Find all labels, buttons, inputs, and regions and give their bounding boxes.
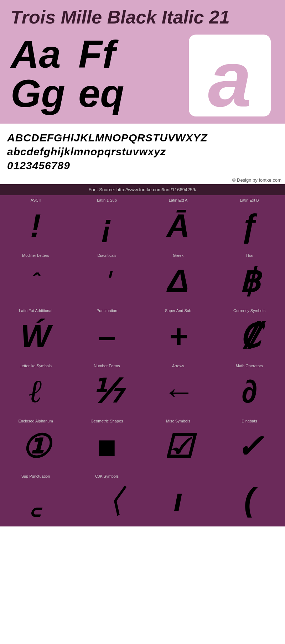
- glyph-cell: CJK Symbols〈: [71, 471, 142, 526]
- glyph-char: ꜀: [31, 481, 41, 523]
- glyph-label: Modifier Letters: [22, 253, 49, 258]
- glyph-cell: Latin Ext AdditionalẂ: [0, 306, 71, 361]
- specimen-ff: Ff: [78, 35, 135, 74]
- glyph-label: Number Forms: [94, 364, 120, 368]
- glyph-label: Diacriticals: [97, 253, 116, 258]
- glyph-char: ←: [162, 370, 194, 412]
- glyph-char: ☑: [164, 425, 193, 468]
- specimen-row-2: Gg eq: [11, 74, 135, 113]
- glyph-char: 〈: [91, 481, 123, 523]
- glyph-cell: Punctuation–: [71, 306, 142, 361]
- glyph-cell: Latin Ext Bƒ: [214, 195, 285, 250]
- glyph-cell: Currency Symbols₡: [214, 306, 285, 361]
- glyph-char: ①: [21, 425, 50, 468]
- specimen-aa: Aa: [11, 35, 68, 74]
- font-title: Trois Mille Black Italic 21: [11, 7, 274, 27]
- glyph-label: Currency Symbols: [233, 308, 265, 313]
- large-letter: a: [208, 40, 252, 116]
- glyph-cell: Latin 1 Sup¡: [71, 195, 142, 250]
- glyph-label: Enclosed Alphanum: [18, 419, 53, 423]
- alphabet-section: ABCDEFGHIJKLMNOPQRSTUVWXYZ abcdefghijklm…: [0, 124, 285, 176]
- glyph-cell: Sup Punctuation꜀: [0, 471, 71, 526]
- glyph-char: –: [98, 315, 116, 357]
- glyph-char: ■: [97, 425, 116, 468]
- glyph-cell: Misc Symbols☑: [142, 416, 214, 471]
- glyph-char: ∂: [242, 370, 257, 412]
- glyph-char: ı: [173, 476, 182, 523]
- glyph-label: Latin Ext B: [240, 198, 259, 202]
- glyph-char: !: [30, 204, 41, 247]
- glyph-cell: Thai฿: [214, 250, 285, 306]
- glyph-char: ¡: [102, 204, 112, 247]
- glyph-char: ✓: [236, 425, 263, 468]
- glyph-section: ASCII!Latin 1 Sup¡Latin Ext AĀLatin Ext …: [0, 195, 285, 526]
- specimen-grid: Aa Ff Gg eq a: [11, 35, 274, 113]
- glyph-grid: ASCII!Latin 1 Sup¡Latin Ext AĀLatin Ext …: [0, 195, 285, 526]
- glyph-label: Dingbats: [242, 419, 257, 423]
- glyph-cell: Number Forms⅐: [71, 361, 142, 416]
- glyph-char: ⅐: [92, 370, 123, 412]
- alphabet-upper: ABCDEFGHIJKLMNOPQRSTUVWXYZ: [7, 131, 278, 145]
- glyph-cell: Dingbats✓: [214, 416, 285, 471]
- source-line: Font Source: http://www.fontke.com/font/…: [0, 184, 285, 195]
- glyph-char: ₡: [239, 315, 260, 357]
- glyph-label: Punctuation: [97, 308, 117, 313]
- glyph-cell: Letterlike Symbolsℓ: [0, 361, 71, 416]
- glyph-label: ASCII: [31, 198, 41, 202]
- glyph-label: CJK Symbols: [95, 474, 119, 478]
- glyph-label: Super And Sub: [165, 308, 191, 313]
- glyph-char: +: [169, 315, 188, 357]
- glyph-cell: Latin Ext AĀ: [142, 195, 214, 250]
- glyph-char: (: [244, 476, 255, 523]
- glyph-cell: Arrows←: [142, 361, 214, 416]
- glyph-char: ฿: [239, 260, 260, 302]
- glyph-cell: ı: [142, 471, 214, 526]
- glyph-label: Math Operators: [236, 364, 263, 368]
- glyph-char: ƒ: [240, 204, 258, 247]
- header-section: Trois Mille Black Italic 21 Aa Ff Gg eq …: [0, 0, 285, 124]
- glyph-char: Δ: [167, 260, 189, 302]
- glyph-char: Ā: [167, 204, 190, 247]
- glyph-label: Thai: [245, 253, 253, 258]
- specimen-gg: Gg: [11, 74, 68, 113]
- alphabet-lower: abcdefghijklmnopqrstuvwxyz: [7, 145, 278, 159]
- specimen-row-1: Aa Ff: [11, 35, 135, 74]
- glyph-cell: Modifier Lettersˆ: [0, 250, 71, 306]
- glyph-cell: Super And Sub+: [142, 306, 214, 361]
- glyph-cell: Geometric Shapes■: [71, 416, 142, 471]
- glyph-cell: ASCII!: [0, 195, 71, 250]
- large-letter-bg: a: [189, 35, 271, 116]
- copyright: © Design by fontke.com: [0, 176, 285, 184]
- glyph-label: Latin 1 Sup: [97, 198, 117, 202]
- glyph-cell: (: [214, 471, 285, 526]
- glyph-label: Latin Ext Additional: [19, 308, 52, 313]
- glyph-cell: Diacriticalsˈ: [71, 250, 142, 306]
- glyph-label: Arrows: [172, 364, 184, 368]
- glyph-char: Ẃ: [21, 315, 51, 357]
- glyph-cell: GreekΔ: [142, 250, 214, 306]
- digits: 0123456789: [7, 159, 278, 172]
- glyph-label: Geometric Shapes: [90, 419, 123, 423]
- glyph-char: ˈ: [104, 260, 110, 302]
- glyph-label: Sup Punctuation: [21, 474, 50, 478]
- glyph-cell: Enclosed Alphanum①: [0, 416, 71, 471]
- glyph-char: ℓ: [29, 370, 42, 412]
- glyph-char: ˆ: [32, 260, 39, 302]
- glyph-label: Letterlike Symbols: [20, 364, 52, 368]
- glyph-label: Greek: [173, 253, 183, 258]
- specimen-eq: eq: [78, 74, 135, 113]
- glyph-cell: Math Operators∂: [214, 361, 285, 416]
- glyph-label: Latin Ext A: [169, 198, 188, 202]
- glyph-label: Misc Symbols: [166, 419, 190, 423]
